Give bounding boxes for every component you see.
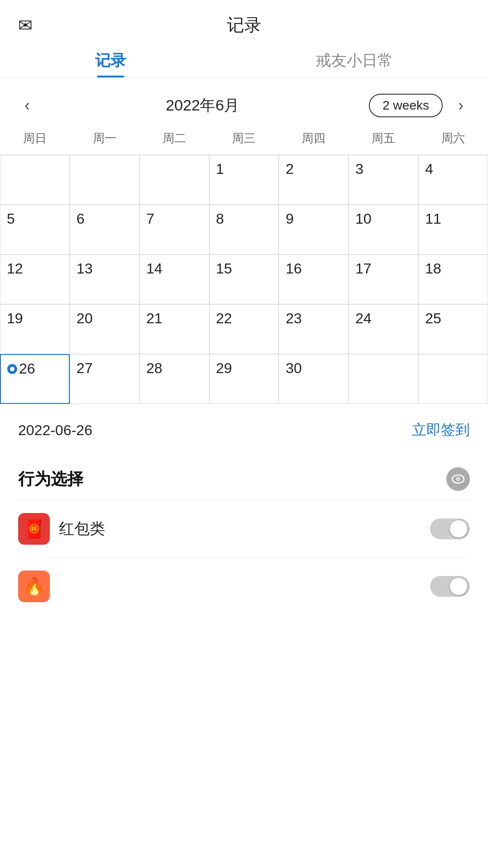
next-month-button[interactable]: › — [452, 93, 470, 118]
cal-cell-26-today[interactable]: 26 — [0, 354, 70, 404]
cal-cell-empty[interactable] — [418, 354, 488, 404]
behavior-section-title: 行为选择 — [18, 468, 83, 490]
mail-icon[interactable]: ✉ — [18, 15, 33, 35]
svg-point-2 — [457, 478, 459, 480]
cal-cell-2[interactable]: 2 — [279, 155, 348, 205]
cal-cell-22[interactable]: 22 — [209, 304, 279, 354]
behavior-section: 行为选择 🧧 红包类 🔥 — [0, 454, 488, 607]
prev-month-button[interactable]: ‹ — [18, 93, 36, 118]
fire-icon: 🔥 — [18, 571, 50, 602]
cal-cell-20[interactable]: 20 — [70, 304, 140, 354]
cal-cell-25[interactable]: 25 — [418, 304, 488, 354]
cal-cell-14[interactable]: 14 — [140, 254, 209, 304]
cal-cell-19[interactable]: 19 — [0, 304, 70, 354]
cal-cell-empty[interactable] — [348, 354, 418, 404]
behavior-section-header: 行为选择 — [18, 467, 470, 500]
hongbao-icon: 🧧 — [18, 513, 50, 545]
cal-cell-24[interactable]: 24 — [348, 304, 418, 354]
calendar-nav: ‹ 2022年6月 2 weeks › — [0, 82, 488, 127]
cal-cell-27[interactable]: 27 — [70, 354, 140, 404]
cal-cell-28[interactable]: 28 — [140, 354, 209, 404]
cal-cell-empty[interactable] — [0, 155, 70, 205]
cal-cell-5[interactable]: 5 — [0, 205, 70, 254]
cal-cell-8[interactable]: 8 — [209, 205, 279, 254]
header: ✉ 记录 — [0, 0, 488, 41]
tab-daily[interactable]: 戒友小日常 — [316, 50, 393, 77]
hongbao-label: 红包类 — [59, 518, 105, 539]
cal-cell-1[interactable]: 1 — [209, 155, 279, 205]
cal-cell-13[interactable]: 13 — [70, 254, 140, 304]
cal-cell-15[interactable]: 15 — [209, 254, 279, 304]
cal-cell-21[interactable]: 21 — [140, 304, 209, 354]
date-bar: 2022-06-26 立即签到 — [0, 404, 488, 454]
tab-bar: 记录 戒友小日常 — [0, 41, 488, 78]
tab-records[interactable]: 记录 — [95, 50, 126, 77]
today-dot-icon — [7, 364, 17, 374]
cal-cell-18[interactable]: 18 — [418, 254, 488, 304]
cal-cell-6[interactable]: 6 — [70, 205, 140, 254]
cal-cell-17[interactable]: 17 — [348, 254, 418, 304]
cal-cell-4[interactable]: 4 — [418, 155, 488, 205]
calendar-day-headers: 周日 周一 周二 周三 周四 周五 周六 — [0, 127, 488, 155]
checkin-button[interactable]: 立即签到 — [412, 420, 470, 440]
day-header-mon: 周一 — [70, 127, 140, 150]
cal-cell-3[interactable]: 3 — [348, 155, 418, 205]
day-header-sat: 周六 — [418, 127, 488, 150]
cal-cell-10[interactable]: 10 — [348, 205, 418, 254]
cal-cell-16[interactable]: 16 — [279, 254, 348, 304]
day-header-tue: 周二 — [140, 127, 209, 150]
cal-cell-30[interactable]: 30 — [279, 354, 348, 404]
day-header-fri: 周五 — [348, 127, 418, 150]
weeks-badge[interactable]: 2 weeks — [369, 94, 443, 117]
behavior-item-partial: 🔥 — [18, 557, 470, 607]
cal-cell-empty[interactable] — [70, 155, 140, 205]
item2-toggle[interactable] — [430, 576, 470, 597]
day-header-wed: 周三 — [209, 127, 279, 150]
day-header-sun: 周日 — [0, 127, 70, 150]
eye-toggle-button[interactable] — [446, 467, 470, 491]
cal-cell-9[interactable]: 9 — [279, 205, 348, 254]
calendar-month-label: 2022年6月 — [166, 95, 240, 116]
cal-cell-12[interactable]: 12 — [0, 254, 70, 304]
cal-cell-29[interactable]: 29 — [209, 354, 279, 404]
hongbao-toggle[interactable] — [430, 518, 470, 539]
calendar-grid: 1 2 3 4 5 6 7 8 9 10 11 12 13 14 15 16 1… — [0, 155, 488, 404]
page-title: 记录 — [227, 14, 261, 37]
cal-cell-11[interactable]: 11 — [418, 205, 488, 254]
cal-cell-empty[interactable] — [140, 155, 209, 205]
day-header-thu: 周四 — [279, 127, 348, 150]
selected-date: 2022-06-26 — [18, 422, 92, 439]
cal-cell-23[interactable]: 23 — [279, 304, 348, 354]
cal-cell-7[interactable]: 7 — [140, 205, 209, 254]
behavior-item-hongbao: 🧧 红包类 — [18, 500, 470, 557]
